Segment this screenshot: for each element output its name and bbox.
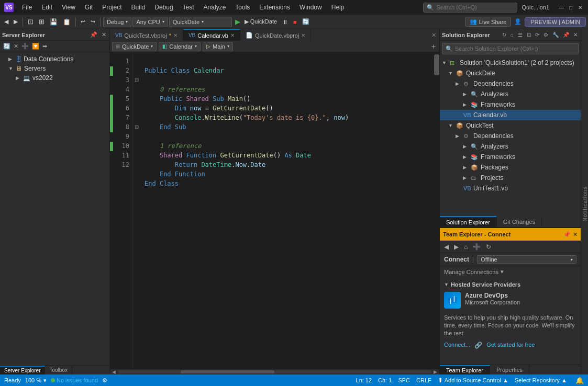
- se-node-frameworks2[interactable]: ▶ 📚 Frameworks: [440, 152, 581, 162]
- stop-button[interactable]: ■: [291, 18, 299, 26]
- hosted-service-providers-header[interactable]: ▼ Hosted Service Providers: [444, 279, 576, 289]
- close-all-btn[interactable]: ✕: [428, 32, 439, 39]
- forward-button[interactable]: ▶: [12, 17, 20, 26]
- live-share-button[interactable]: 👥 Live Share: [465, 17, 512, 27]
- undo-button[interactable]: ↩: [79, 17, 87, 26]
- se-sync-btn[interactable]: ↻: [501, 31, 507, 38]
- se-node-packages[interactable]: ▶ 📦 Packages: [440, 162, 581, 173]
- te-pin-btn[interactable]: 📌: [563, 231, 571, 238]
- menu-view[interactable]: View: [58, 3, 80, 12]
- server-explorer-pin[interactable]: 📌: [89, 31, 98, 39]
- fold-button-8[interactable]: ⊟: [133, 122, 140, 132]
- add-to-source-control-button[interactable]: ⬆ Add to Source Control ▲: [438, 377, 508, 384]
- tab-properties-bottom[interactable]: Properties: [490, 365, 529, 374]
- se-node-quickdate[interactable]: ▼ 📦 QuickDate: [440, 68, 581, 78]
- se-node-calendar-vb[interactable]: ▶ VB Calendar.vb: [440, 110, 581, 120]
- toolbar-btn-2[interactable]: ⊞: [37, 17, 47, 27]
- toolbar-btn-4[interactable]: 📋: [61, 17, 73, 27]
- menu-edit[interactable]: Edit: [37, 3, 57, 12]
- menu-git[interactable]: Git: [81, 3, 97, 12]
- te-add-btn[interactable]: ➕: [471, 243, 483, 251]
- tab-close-button[interactable]: ✕: [173, 32, 177, 38]
- se-node-deps2[interactable]: ▶ ⚙ Dependencies: [440, 131, 581, 141]
- se-node-quicktest[interactable]: ▼ 📦 QuickTest: [440, 120, 581, 131]
- te-back-btn[interactable]: ◀: [442, 243, 451, 251]
- se-properties-btn[interactable]: ☰: [517, 31, 524, 38]
- add-member-button[interactable]: ＋: [430, 42, 437, 51]
- fold-button-3[interactable]: ⊟: [133, 75, 140, 85]
- se-node-solution[interactable]: ▼ ⊞ Solution 'QuickSolution1' (2 of 2 pr…: [440, 58, 581, 68]
- maximize-button[interactable]: □: [567, 4, 574, 11]
- se-filter2-btn[interactable]: ⊡: [526, 31, 532, 38]
- se-filter-btn[interactable]: 🔽: [31, 42, 40, 50]
- tab-toolbox[interactable]: Toolbox: [45, 366, 72, 374]
- tab-quickdate-vbproj[interactable]: 📄 QuickDate.vbproj ✕: [240, 29, 311, 41]
- tree-vs2022[interactable]: ▶ 💻 vs2022: [0, 73, 109, 83]
- se-close2-btn[interactable]: ✕: [13, 42, 19, 50]
- tab-git-changes[interactable]: Git Changes: [497, 216, 542, 227]
- se-refresh-btn[interactable]: 🔄: [2, 42, 12, 50]
- tab-close-button[interactable]: ✕: [301, 32, 305, 38]
- te-close-btn[interactable]: ✕: [573, 231, 578, 238]
- menu-tools[interactable]: Tools: [231, 3, 254, 12]
- debug-mode-dropdown[interactable]: Debug: [103, 17, 131, 27]
- restart-button[interactable]: 🔄: [300, 17, 312, 26]
- se-node-projects[interactable]: ▶ 🗂 Projects: [440, 173, 581, 183]
- se-node-analyzers1[interactable]: ▶ 🔍 Analyzers: [440, 89, 581, 99]
- class-dropdown[interactable]: ◧ Calendar: [159, 42, 201, 51]
- menu-extensions[interactable]: Extensions: [255, 3, 294, 12]
- back-button[interactable]: ◀: [2, 17, 10, 26]
- project-dropdown[interactable]: QuickDate: [169, 17, 232, 27]
- server-explorer-close[interactable]: ✕: [101, 31, 107, 39]
- horizontal-scrollbar-thumb[interactable]: [181, 370, 275, 373]
- code-content[interactable]: Public Class Calendar 0 references Publi…: [140, 52, 434, 369]
- te-refresh-btn[interactable]: ↻: [484, 243, 493, 251]
- tab-calendar-vb[interactable]: VB Calendar.vb ✕: [183, 29, 240, 41]
- redo-button[interactable]: ↪: [88, 17, 97, 26]
- status-zoom[interactable]: 100 % ▾: [25, 377, 47, 384]
- platform-dropdown[interactable]: Any CPU: [132, 17, 168, 27]
- preview-admin-button[interactable]: PREVIEW | ADMIN: [525, 17, 586, 27]
- te-forward-btn[interactable]: ▶: [452, 243, 461, 251]
- status-no-issues[interactable]: No issues found: [51, 377, 98, 383]
- tab-team-explorer-bottom[interactable]: Team Explorer: [440, 365, 490, 374]
- se-gear-btn[interactable]: 🔧: [551, 31, 560, 38]
- tab-solution-explorer[interactable]: Solution Explorer: [440, 216, 497, 227]
- run-button[interactable]: ▶: [233, 17, 242, 27]
- se-refresh2-btn[interactable]: ⟳: [534, 31, 540, 38]
- se-node-frameworks1[interactable]: ▶ 📚 Frameworks: [440, 99, 581, 110]
- minimize-button[interactable]: —: [558, 4, 565, 11]
- tab-close-button[interactable]: ✕: [230, 32, 235, 38]
- te-connect-link[interactable]: Connect...: [444, 342, 470, 349]
- menu-help[interactable]: Help: [327, 3, 349, 12]
- se-home-btn[interactable]: ⌂: [509, 31, 515, 38]
- tree-servers[interactable]: ▼ 🖥 Servers: [0, 64, 109, 73]
- close-button[interactable]: ✕: [576, 4, 584, 11]
- se-add-btn[interactable]: ➕: [20, 42, 30, 50]
- account-btn[interactable]: 👤: [512, 17, 524, 26]
- tab-quicktest-vbproj[interactable]: VB QuickTest.vbproj * ✕: [110, 29, 183, 41]
- se-node-deps1[interactable]: ▶ ⚙ Dependencies: [440, 78, 581, 89]
- se-node-analyzers2[interactable]: ▶ 🔍 Analyzers: [440, 141, 581, 152]
- tree-data-connections[interactable]: ▶ 🗄 Data Connections: [0, 54, 109, 64]
- pause-button[interactable]: ⏸: [280, 18, 290, 26]
- menu-test[interactable]: Test: [179, 3, 198, 12]
- select-repository-button[interactable]: Select Repository ▲: [515, 377, 567, 383]
- scroll-right-btn[interactable]: ▶: [434, 369, 437, 374]
- editor-vertical-scrollbar[interactable]: [434, 52, 439, 369]
- toolbar-btn-3[interactable]: 💾: [48, 17, 60, 27]
- tab-server-explorer[interactable]: Server Explorer: [0, 366, 45, 374]
- se-node-unittest1-vb[interactable]: ▶ VB UnitTest1.vb: [440, 183, 581, 194]
- se-close-btn[interactable]: ✕: [572, 31, 579, 38]
- scroll-left-btn[interactable]: ◀: [112, 369, 116, 374]
- namespace-dropdown[interactable]: ⊞ QuickDate: [112, 42, 157, 51]
- se-settings-btn[interactable]: ⚙: [542, 31, 549, 38]
- se-pin-btn[interactable]: 📌: [562, 31, 570, 38]
- menu-window[interactable]: Window: [295, 3, 326, 12]
- bell-icon[interactable]: 🔔: [575, 377, 584, 384]
- manage-connections-btn[interactable]: Manage Connections ▾: [440, 266, 581, 277]
- menu-project[interactable]: Project: [98, 3, 126, 12]
- menu-analyze[interactable]: Analyze: [199, 3, 230, 12]
- title-search-input[interactable]: [436, 4, 509, 10]
- toolbar-btn-1[interactable]: ⊡: [26, 17, 36, 27]
